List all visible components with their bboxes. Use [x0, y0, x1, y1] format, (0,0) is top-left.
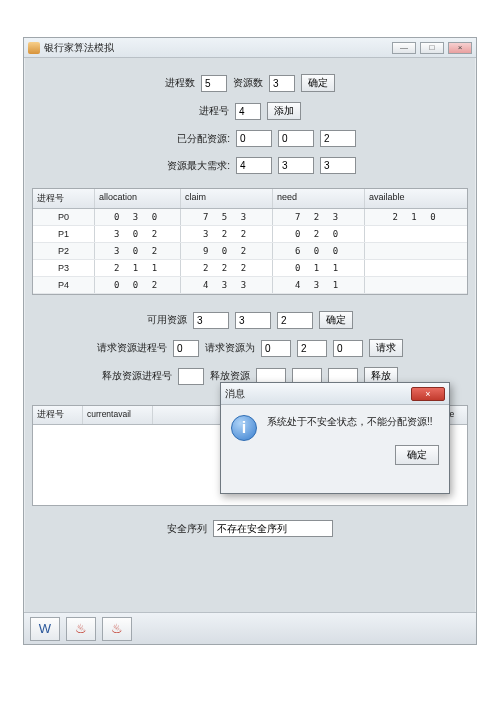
process-id-input[interactable] [235, 103, 261, 120]
row-maxneed: 资源最大需求: [32, 157, 468, 174]
close-button[interactable]: × [448, 42, 472, 54]
taskbar-word-icon[interactable]: W [30, 617, 60, 641]
process-id-label: 进程号 [199, 104, 229, 118]
taskbar-java-icon-2[interactable]: ♨ [102, 617, 132, 641]
request-input-1[interactable] [297, 340, 327, 357]
table-row[interactable]: P13 0 23 2 20 2 0 [33, 226, 467, 243]
request-pid-label: 请求资源进程号 [97, 341, 167, 355]
maximize-button[interactable]: □ [420, 42, 444, 54]
info-icon: i [231, 415, 257, 441]
available-input-2[interactable] [277, 312, 313, 329]
titlebar: 银行家算法模拟 — □ × [24, 38, 476, 58]
available-input-0[interactable] [193, 312, 229, 329]
row-safe-sequence: 安全序列 [32, 520, 468, 537]
row-request: 请求资源进程号 请求资源为 请求 [32, 339, 468, 357]
th-claim: claim [181, 189, 273, 208]
table-row[interactable]: P23 0 29 0 26 0 0 [33, 243, 467, 260]
minimize-button[interactable]: — [392, 42, 416, 54]
app-icon [28, 42, 40, 54]
table-header: 进程号 allocation claim need available [33, 189, 467, 209]
maxneed-label: 资源最大需求: [144, 159, 230, 173]
allocated-input-2[interactable] [320, 130, 356, 147]
request-for-label: 请求资源为 [205, 341, 255, 355]
safe-label: 安全序列 [167, 522, 207, 536]
allocated-input-0[interactable] [236, 130, 272, 147]
table-row[interactable]: P00 3 07 5 37 2 32 1 0 [33, 209, 467, 226]
dialog-message: 系统处于不安全状态，不能分配资源!! [267, 415, 433, 429]
row-available: 可用资源 确定 [32, 311, 468, 329]
row-process-id: 进程号 添加 [32, 102, 468, 120]
maxneed-input-0[interactable] [236, 157, 272, 174]
window-title: 银行家算法模拟 [44, 41, 114, 55]
th-allocation: allocation [95, 189, 181, 208]
release-pid-input[interactable] [178, 368, 204, 385]
available-input-1[interactable] [235, 312, 271, 329]
maxneed-input-1[interactable] [278, 157, 314, 174]
request-pid-input[interactable] [173, 340, 199, 357]
dialog-title: 消息 [225, 387, 245, 401]
safe-sequence-output [213, 520, 333, 537]
table-row[interactable]: P40 0 24 3 34 3 1 [33, 277, 467, 294]
app-window: 银行家算法模拟 — □ × 进程数 资源数 确定 进程号 添加 已分配资源: 资… [23, 37, 477, 645]
allocated-label: 已分配资源: [144, 132, 230, 146]
dialog-ok-button[interactable]: 确定 [395, 445, 439, 465]
available-label: 可用资源 [147, 313, 187, 327]
process-count-input[interactable] [201, 75, 227, 92]
th-pid: 进程号 [33, 189, 95, 208]
release-pid-label: 释放资源进程号 [102, 369, 172, 383]
taskbar-java-icon-1[interactable]: ♨ [66, 617, 96, 641]
allocation-table: 进程号 allocation claim need available P00 … [32, 188, 468, 295]
dialog-close-button[interactable]: × [411, 387, 445, 401]
th2-pid: 进程号 [33, 406, 83, 424]
dialog-titlebar: 消息 × [221, 383, 449, 405]
confirm-counts-button[interactable]: 确定 [301, 74, 335, 92]
message-dialog: 消息 × i 系统处于不安全状态，不能分配资源!! 确定 [220, 382, 450, 494]
available-confirm-button[interactable]: 确定 [319, 311, 353, 329]
request-input-2[interactable] [333, 340, 363, 357]
process-count-label: 进程数 [165, 76, 195, 90]
maxneed-input-2[interactable] [320, 157, 356, 174]
release-for-label: 释放资源 [210, 369, 250, 383]
resource-count-input[interactable] [269, 75, 295, 92]
th-available: available [365, 189, 467, 208]
add-button[interactable]: 添加 [267, 102, 301, 120]
taskbar: W ♨ ♨ [24, 612, 476, 644]
request-input-0[interactable] [261, 340, 291, 357]
th-need: need [273, 189, 365, 208]
table-row[interactable]: P32 1 12 2 20 1 1 [33, 260, 467, 277]
allocated-input-1[interactable] [278, 130, 314, 147]
th2-currentavail: currentavail [83, 406, 153, 424]
resource-count-label: 资源数 [233, 76, 263, 90]
row-counts: 进程数 资源数 确定 [32, 74, 468, 92]
request-button[interactable]: 请求 [369, 339, 403, 357]
row-allocated: 已分配资源: [32, 130, 468, 147]
